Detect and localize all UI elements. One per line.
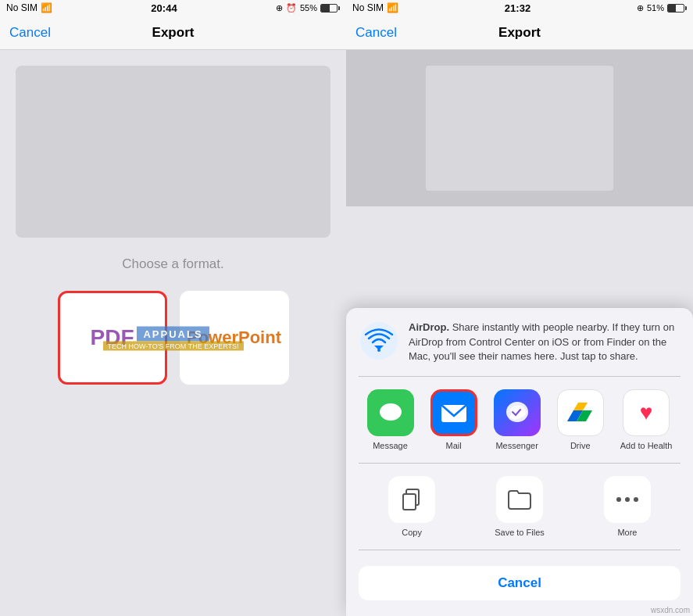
ppt-label: PowerPoint (187, 328, 281, 348)
share-actions-row: Copy Save to Files (359, 476, 680, 550)
pdf-format-card[interactable]: PDF (58, 291, 167, 385)
drive-icon (557, 389, 604, 436)
sheet-cancel-button[interactable]: Cancel (359, 566, 680, 600)
right-battery-text: 51% (647, 3, 664, 13)
left-content: Choose a format. PDF PowerPoint APPUALS … (0, 50, 346, 616)
mail-icon (430, 389, 477, 436)
messenger-icon (494, 389, 541, 436)
left-alarm-icon: ⏰ (286, 3, 297, 13)
wsxdn-watermark: wsxdn.com (651, 606, 690, 614)
right-preview-area (346, 50, 693, 206)
messages-label: Message (373, 441, 408, 450)
mail-label: Mail (446, 441, 462, 450)
mail-app[interactable]: Mail (430, 389, 477, 450)
share-apps-row: Message Mail (359, 389, 680, 464)
health-label: Add to Health (620, 441, 673, 450)
right-status-bar: No SIM 📶 21:32 ⊕ 51% (346, 0, 693, 16)
right-nav-bar: Cancel Export (346, 16, 693, 50)
airdrop-text: AirDrop. Share instantly with people nea… (409, 321, 680, 364)
svg-marker-8 (573, 403, 588, 410)
left-nav-bar: Cancel Export (0, 16, 346, 50)
messages-app[interactable]: Message (367, 389, 414, 450)
save-files-action[interactable]: Save to Files (495, 476, 545, 537)
airdrop-section: AirDrop. Share instantly with people nea… (359, 321, 680, 377)
pdf-label: PDF (91, 325, 134, 350)
left-time: 20:44 (151, 2, 177, 14)
svg-rect-10 (403, 494, 416, 510)
left-status-bar: No SIM 📶 20:44 ⊕ ⏰ 55% (0, 0, 346, 16)
preview-doc-box (426, 66, 613, 191)
more-icon (604, 476, 651, 523)
sheet-cancel-row: Cancel (359, 563, 680, 603)
messages-icon (367, 389, 414, 436)
airdrop-title: AirDrop. (409, 321, 449, 333)
right-location-icon: ⊕ (637, 3, 644, 13)
svg-point-13 (634, 497, 638, 502)
messenger-app[interactable]: Messenger (494, 389, 541, 450)
left-preview-area (16, 66, 330, 238)
copy-label: Copy (402, 528, 422, 537)
right-panel: No SIM 📶 21:32 ⊕ 51% Cancel Export (346, 0, 693, 616)
left-panel: No SIM 📶 20:44 ⊕ ⏰ 55% Cancel Export Cho… (0, 0, 346, 616)
drive-app[interactable]: Drive (557, 389, 604, 450)
svg-point-11 (616, 497, 621, 502)
svg-point-1 (377, 349, 380, 352)
right-status-left: No SIM 📶 (352, 2, 398, 13)
airdrop-description: Share instantly with people nearby. If t… (409, 321, 674, 361)
left-battery-text: 55% (300, 3, 317, 13)
health-icon: ♥ (623, 389, 670, 436)
copy-icon (388, 476, 435, 523)
save-files-label: Save to Files (495, 528, 545, 537)
ppt-format-card[interactable]: PowerPoint (180, 291, 289, 385)
format-options: PDF PowerPoint (58, 291, 289, 385)
svg-point-12 (625, 497, 630, 502)
left-location-icon: ⊕ (276, 3, 283, 13)
share-sheet: AirDrop. Share instantly with people nea… (346, 308, 693, 616)
save-files-icon (496, 476, 543, 523)
right-title: Export (498, 25, 541, 41)
choose-format-text: Choose a format. (122, 256, 223, 272)
left-status-right: ⊕ ⏰ 55% (276, 3, 340, 13)
left-status-left: No SIM 📶 (6, 2, 52, 13)
more-label: More (617, 528, 637, 537)
drive-label: Drive (570, 441, 591, 450)
left-cancel-button[interactable]: Cancel (9, 25, 51, 41)
right-battery-icon (667, 4, 687, 13)
left-carrier: No SIM (6, 2, 38, 13)
copy-action[interactable]: Copy (388, 476, 435, 537)
messenger-label: Messenger (495, 441, 538, 450)
health-app[interactable]: ♥ Add to Health (620, 389, 673, 450)
right-status-right: ⊕ 51% (637, 3, 687, 13)
airdrop-icon (359, 321, 399, 361)
more-action[interactable]: More (604, 476, 651, 537)
heart-symbol: ♥ (640, 400, 653, 425)
svg-point-2 (380, 403, 402, 421)
svg-point-0 (360, 322, 398, 360)
left-wifi-icon: 📶 (41, 2, 52, 13)
left-battery-icon (320, 4, 340, 13)
right-time: 21:32 (505, 2, 530, 14)
right-carrier: No SIM (352, 2, 384, 13)
right-content: AirDrop. Share instantly with people nea… (346, 50, 693, 616)
right-wifi-icon: 📶 (387, 2, 398, 13)
right-cancel-button[interactable]: Cancel (355, 25, 397, 41)
left-title: Export (152, 25, 195, 41)
